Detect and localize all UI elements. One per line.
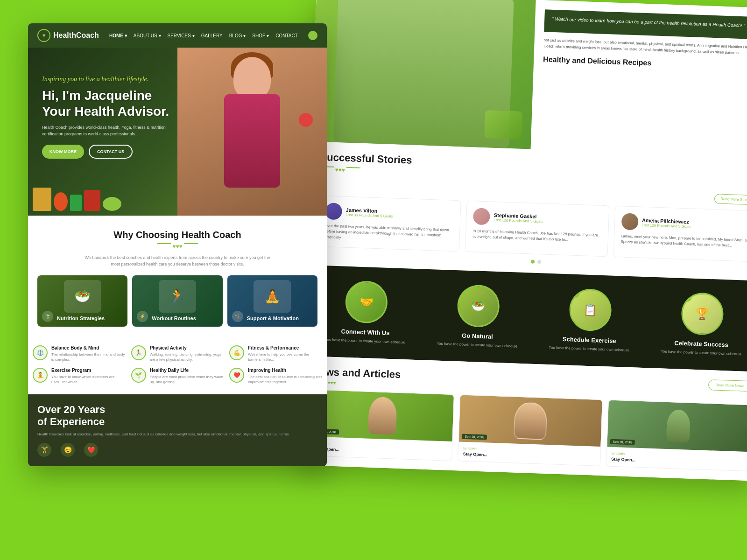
lettuce-icon bbox=[103, 197, 121, 211]
stories-section: Successful Stories ♥♥♥ Read More Stories… bbox=[307, 141, 747, 281]
dot-2[interactable] bbox=[537, 260, 541, 264]
service-card-workout[interactable]: 🏃 ⚡ Workout Routines bbox=[132, 275, 222, 327]
feature-fitness-text: Fitness & Performance We're here to help… bbox=[248, 345, 322, 362]
feature-balance: ⚖️ Balance Body & Mind The relationship … bbox=[33, 345, 126, 362]
divider-line-2 bbox=[346, 167, 360, 168]
why-divider-line-left bbox=[157, 243, 171, 244]
support-icon: 🤸 bbox=[232, 311, 243, 322]
hero-tagline: Inspiring you to live a healthier lifest… bbox=[42, 76, 173, 83]
hero-title: Hi, I'm Jacqueline Your Health Advisor. bbox=[42, 88, 173, 119]
highlight-text: " Watch our video to learn how you can b… bbox=[552, 15, 747, 30]
nav-shop[interactable]: SHOP ▾ bbox=[252, 33, 269, 38]
feature-improving-title: Improving Health bbox=[248, 368, 322, 373]
step-circle-2: 2 🥗 bbox=[457, 284, 500, 328]
smiley-icon: 😊 bbox=[61, 443, 75, 457]
hero-content: Inspiring you to live a healthier lifest… bbox=[42, 76, 173, 159]
step-title-2: Go Natural bbox=[426, 331, 529, 342]
feature-exercise-text: Exercise Program You have to know which … bbox=[51, 368, 126, 385]
news-date-2: Sep 18, 2018 bbox=[462, 434, 487, 440]
why-divider-line-right bbox=[184, 243, 198, 244]
why-divider: ♥♥♥ bbox=[37, 243, 317, 250]
nav-home[interactable]: HOME ▾ bbox=[109, 33, 127, 38]
story-card-3-header: Amelia Pilichiewicz Lost 126 Pounds And … bbox=[621, 213, 747, 234]
story-card-3: Amelia Pilichiewicz Lost 126 Pounds And … bbox=[613, 206, 747, 262]
news-person-1 bbox=[368, 397, 397, 435]
feature-exercise: 🧘 Exercise Program You have to know whic… bbox=[33, 368, 126, 385]
hero-woman-face bbox=[233, 57, 271, 99]
daily-icon: 🌱 bbox=[131, 368, 146, 383]
step-item-4: 4 🏆 Celebrate Success You have the power… bbox=[649, 291, 747, 358]
read-more-news-button[interactable]: Read More News bbox=[708, 379, 747, 392]
story-card-1: James Vilton Lost 30 Pounds And 5 Goals … bbox=[317, 196, 461, 252]
step-desc-2: You have the power to create your own sc… bbox=[426, 341, 529, 350]
heart-icon: ♥ bbox=[42, 32, 45, 39]
steps-section: 1 🤝 Connect With Us You have the power t… bbox=[304, 265, 747, 372]
feature-improving-desc: The best solution of course is combining… bbox=[248, 374, 322, 385]
dot-1[interactable] bbox=[531, 260, 535, 264]
veggies-decoration bbox=[484, 110, 522, 140]
site-logo: ♥ HealthCoach bbox=[37, 29, 99, 42]
hero-buttons: KNOW MORE CONTACT US bbox=[42, 145, 173, 159]
step-desc-3: You have the power to create your own sc… bbox=[538, 344, 641, 354]
nav-contact[interactable]: CONTACT bbox=[275, 33, 298, 38]
navbar: ♥ HealthCoach HOME ▾ ABOUT US ▾ SERVICES… bbox=[28, 23, 327, 48]
experience-line2: of Experience bbox=[37, 416, 105, 427]
hero-vegetables bbox=[28, 183, 327, 216]
why-title: Why Choosing Health Coach bbox=[37, 230, 317, 240]
why-section: Why Choosing Health Coach ♥♥♥ We handpic… bbox=[28, 216, 327, 345]
feature-physical-title: Physical Activity bbox=[150, 345, 224, 350]
news-person-2 bbox=[514, 402, 548, 440]
language-globe-icon[interactable] bbox=[308, 31, 317, 40]
back-card-hero-image bbox=[311, 0, 536, 149]
back-description: not just as calories and weight loss, bu… bbox=[543, 37, 747, 57]
feature-daily-title: Healthy Daily Life bbox=[150, 368, 224, 373]
nav-gallery[interactable]: GALLERY bbox=[201, 33, 223, 38]
story-3-info: Amelia Pilichiewicz Lost 126 Pounds And … bbox=[642, 217, 692, 229]
logo-text: HealthCoach bbox=[53, 31, 99, 40]
recipes-title: Healthy and Delicious Recipes bbox=[543, 55, 747, 71]
news-card-2-image: Sep 18, 2018 bbox=[459, 395, 602, 447]
know-more-button[interactable]: KNOW MORE bbox=[42, 145, 84, 159]
stories-grid: James Vilton Lost 30 Pounds And 5 Goals … bbox=[317, 196, 747, 262]
beetroot-icon bbox=[84, 190, 100, 211]
hero-title-line1: Hi, I'm Jacqueline bbox=[42, 88, 152, 103]
service-card-support[interactable]: 🧘 🤸 Support & Motivation bbox=[227, 275, 317, 327]
nav-about[interactable]: ABOUT US ▾ bbox=[134, 33, 161, 38]
improving-icon: ❤️ bbox=[229, 368, 244, 383]
experience-line1: Over 20 Years bbox=[37, 404, 105, 415]
step-desc-1: You have the power to create your own sc… bbox=[314, 336, 416, 346]
story-1-info: James Vilton Lost 30 Pounds And 5 Goals bbox=[345, 207, 393, 218]
service-card-nutrition[interactable]: 🥗 🍃 Nutrition Strategies bbox=[37, 275, 127, 327]
nav-blog[interactable]: BLOG ▾ bbox=[229, 33, 246, 38]
nutrition-icon: 🍃 bbox=[42, 311, 53, 322]
feature-balance-text: Balance Body & Mind The relationship bet… bbox=[51, 345, 126, 362]
heartbeat-icon: ❤️ bbox=[84, 443, 98, 457]
news-card-3-image: Sep 18, 2018 bbox=[607, 400, 747, 452]
workout-image: 🏃 bbox=[159, 280, 196, 313]
step-title-1: Connect With Us bbox=[314, 327, 416, 337]
feature-daily-text: Healthy Daily Life People are most produ… bbox=[150, 368, 224, 385]
contact-us-button[interactable]: CONTACT US bbox=[89, 145, 133, 159]
news-card-3: Sep 18, 2018 by admin Stay Open... bbox=[606, 400, 747, 472]
feature-exercise-title: Exercise Program bbox=[51, 368, 126, 373]
feature-exercise-desc: You have to know which exercises are use… bbox=[51, 374, 126, 385]
nav-services[interactable]: SERVICES ▾ bbox=[168, 33, 195, 38]
workout-icon: ⚡ bbox=[137, 311, 148, 322]
feature-fitness: 💪 Fitness & Performance We're here to he… bbox=[229, 345, 322, 362]
experience-desc: Health Coaches look at exercise, eating,… bbox=[37, 432, 317, 437]
story-2-info: Stephanie Gaskel Lost 128 Pounds And 5 G… bbox=[493, 212, 543, 224]
read-more-stories-button[interactable]: Read More Stories bbox=[714, 194, 747, 205]
back-card-top-section: " Watch our video to learn how you can b… bbox=[311, 0, 747, 157]
experience-title: Over 20 Years of Experience bbox=[37, 404, 317, 428]
main-card: ♥ HealthCoach HOME ▾ ABOUT US ▾ SERVICES… bbox=[28, 23, 327, 466]
step-desc-4: You have the power to create your own sc… bbox=[649, 349, 747, 358]
news-card-1-image: Sep 18, 2018 bbox=[311, 390, 454, 441]
step-title-3: Schedule Exercise bbox=[538, 335, 641, 345]
feature-improving-text: Improving Health The best solution of co… bbox=[248, 368, 322, 385]
step-title-4: Celebrate Success bbox=[650, 339, 747, 350]
service-label-1: Nutrition Strategies bbox=[57, 315, 105, 321]
hero-section: Inspiring you to live a healthier lifest… bbox=[28, 48, 327, 216]
vegetables-row bbox=[28, 183, 327, 216]
dark-footer: Over 20 Years of Experience Health Coach… bbox=[28, 394, 327, 466]
feature-daily: 🌱 Healthy Daily Life People are most pro… bbox=[131, 368, 224, 385]
